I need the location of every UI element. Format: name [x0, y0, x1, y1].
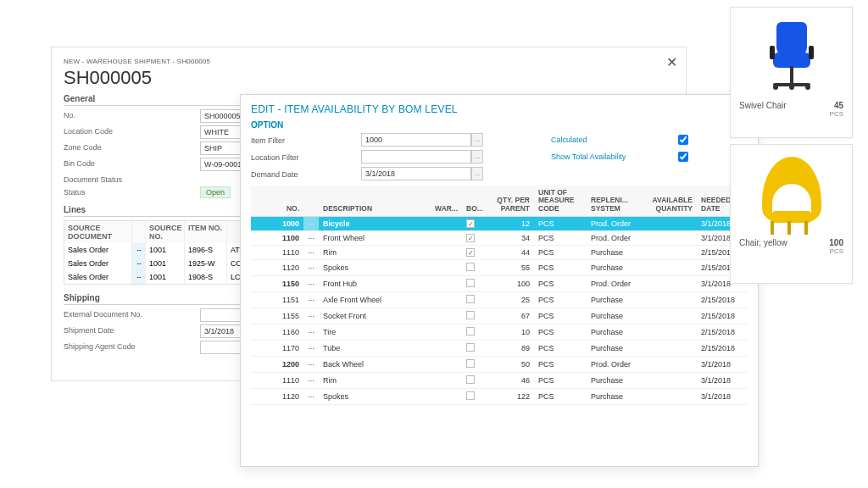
col-description[interactable]: DESCRIPTION	[319, 186, 431, 217]
checkbox-calculated[interactable]	[678, 135, 688, 145]
cell-bottleneck	[462, 308, 487, 324]
cell-description: Rim	[319, 373, 431, 389]
cell-warning	[431, 246, 462, 260]
cell-replen: Purchase	[587, 341, 646, 357]
table-row[interactable]: 1151···Axle Front Wheel25PCSPurchase2/15…	[251, 292, 748, 308]
checkbox-show-total[interactable]	[678, 152, 688, 162]
row-actions-icon[interactable]: ···	[303, 292, 319, 308]
col-bottleneck[interactable]: BO...	[462, 186, 487, 217]
col-qty-parent[interactable]: QTY. PER PARENT	[487, 186, 534, 217]
cell-uom: PCS	[534, 246, 587, 260]
window-title: EDIT - ITEM AVAILABILITY BY BOM LEVEL	[251, 103, 748, 115]
label-location-filter: Location Filter	[251, 152, 361, 162]
cell-qty: 67	[487, 308, 534, 324]
cell-no: 1160	[251, 324, 303, 341]
table-row[interactable]: 1110···Rim46PCSPurchase3/1/2018	[251, 373, 748, 389]
col-replen[interactable]: REPLENI... SYSTEM	[587, 186, 646, 217]
cell-uom: PCS	[534, 276, 587, 292]
row-actions-icon[interactable]: ···	[303, 341, 319, 357]
table-row[interactable]: 1000···Bicycle✓12PCSProd. Order3/1/2018	[251, 217, 748, 231]
label-location: Location Code	[64, 125, 195, 139]
product-card-chair-yellow[interactable]: Chair, yellow 100 PCS	[730, 144, 853, 284]
cell-date: 3/1/2018	[697, 389, 748, 405]
cell-description: Spokes	[319, 389, 431, 405]
cell-replen: Prod. Order	[587, 217, 646, 231]
row-actions-icon[interactable]: ···	[303, 246, 319, 260]
cell-source-no: 1001	[146, 243, 185, 257]
cell-avail	[646, 373, 697, 389]
cell-no: 1151	[251, 292, 303, 308]
col-item-no[interactable]: ITEM NO.	[185, 221, 227, 243]
cell-description: Bicycle	[319, 217, 431, 231]
table-row[interactable]: 1110···Rim✓44PCSPurchase2/15/2018	[251, 246, 748, 260]
col-no[interactable]: NO.	[251, 186, 303, 217]
col-uom[interactable]: UNIT OF MEASURE CODE	[534, 186, 587, 217]
table-row[interactable]: 1120···Spokes122PCSPurchase3/1/2018	[251, 389, 748, 405]
close-icon[interactable]: ✕	[666, 54, 677, 70]
col-source-doc[interactable]: SOURCE DOCUMENT	[64, 221, 132, 243]
row-actions-icon[interactable]: ···	[303, 389, 319, 405]
row-actions-icon[interactable]: ···	[303, 357, 319, 373]
table-row[interactable]: 1160···Tire10PCSPurchase2/15/2018	[251, 324, 748, 341]
label-ext-doc: External Document No.	[64, 308, 195, 322]
cell-bottleneck	[462, 373, 487, 389]
chair-icon	[754, 150, 830, 235]
row-actions-icon[interactable]: ···	[132, 243, 146, 257]
cell-warning	[431, 324, 462, 341]
product-image	[734, 150, 849, 235]
lookup-item-filter[interactable]: ...	[471, 133, 483, 147]
label-bin: Bin Code	[64, 158, 195, 171]
field-demand-date[interactable]	[361, 167, 471, 180]
table-row[interactable]: 1150···Front Hub100PCSProd. Order3/1/201…	[251, 276, 748, 292]
cell-uom: PCS	[534, 231, 587, 246]
label-status: Status	[64, 186, 195, 198]
lookup-demand-date[interactable]: ...	[471, 167, 483, 180]
cell-no: 1200	[251, 357, 303, 373]
col-source-no[interactable]: SOURCE NO.	[146, 221, 185, 243]
cell-source-doc: Sales Order	[64, 257, 132, 270]
label-calculated: Calculated	[551, 136, 678, 144]
product-card-swivel-chair[interactable]: Swivel Chair 45 PCS	[730, 7, 853, 138]
cell-bottleneck	[462, 292, 487, 308]
col-avail-qty[interactable]: AVAILABLE QUANTITY	[646, 186, 697, 217]
table-row[interactable]: 1155···Socket Front67PCSPurchase2/15/201…	[251, 308, 748, 324]
cell-uom: PCS	[534, 292, 587, 308]
label-demand-date: Demand Date	[251, 169, 361, 179]
row-actions-icon[interactable]: ···	[303, 231, 319, 246]
row-actions-icon[interactable]: ···	[132, 270, 146, 284]
product-qty: 45	[834, 101, 843, 110]
cell-uom: PCS	[534, 217, 587, 231]
bom-table[interactable]: NO. DESCRIPTION WAR... BO... QTY. PER PA…	[251, 186, 748, 405]
row-actions-icon[interactable]: ···	[132, 257, 146, 270]
cell-description: Socket Front	[319, 308, 431, 324]
cell-no: 1100	[251, 231, 303, 246]
table-row[interactable]: 1100···Front Wheel✓34PCSProd. Order3/1/2…	[251, 231, 748, 246]
cell-item-no: 1908-S	[185, 270, 227, 284]
row-actions-icon[interactable]: ···	[303, 260, 319, 276]
table-row[interactable]: 1170···Tube89PCSPurchase2/15/2018	[251, 341, 748, 357]
cell-uom: PCS	[534, 324, 587, 341]
row-actions-icon[interactable]: ···	[303, 324, 319, 341]
row-actions-icon[interactable]: ···	[303, 308, 319, 324]
breadcrumb: NEW - WAREHOUSE SHIPMENT - SH000005	[64, 58, 674, 65]
cell-qty: 12	[487, 217, 534, 231]
row-actions-icon[interactable]: ···	[303, 217, 319, 231]
field-location-filter[interactable]	[361, 150, 471, 164]
section-option: OPTION	[251, 120, 748, 130]
lookup-location-filter[interactable]: ...	[471, 150, 483, 164]
field-item-filter[interactable]	[361, 133, 471, 147]
table-row[interactable]: 1120···Spokes55PCSPurchase2/15/2018	[251, 260, 748, 276]
col-warning[interactable]: WAR...	[431, 186, 462, 217]
cell-warning	[431, 217, 462, 231]
row-actions-icon[interactable]: ···	[303, 276, 319, 292]
bom-availability-window: ⤢ EDIT - ITEM AVAILABILITY BY BOM LEVEL …	[240, 94, 759, 467]
cell-no: 1155	[251, 308, 303, 324]
cell-warning	[431, 373, 462, 389]
row-actions-icon[interactable]: ···	[303, 373, 319, 389]
cell-warning	[431, 389, 462, 405]
table-row[interactable]: 1200···Back Wheel50PCSProd. Order3/1/201…	[251, 357, 748, 373]
cell-description: Tire	[319, 324, 431, 341]
cell-bottleneck	[462, 357, 487, 373]
cell-item-no: 1896-S	[185, 243, 227, 257]
cell-avail	[646, 341, 697, 357]
